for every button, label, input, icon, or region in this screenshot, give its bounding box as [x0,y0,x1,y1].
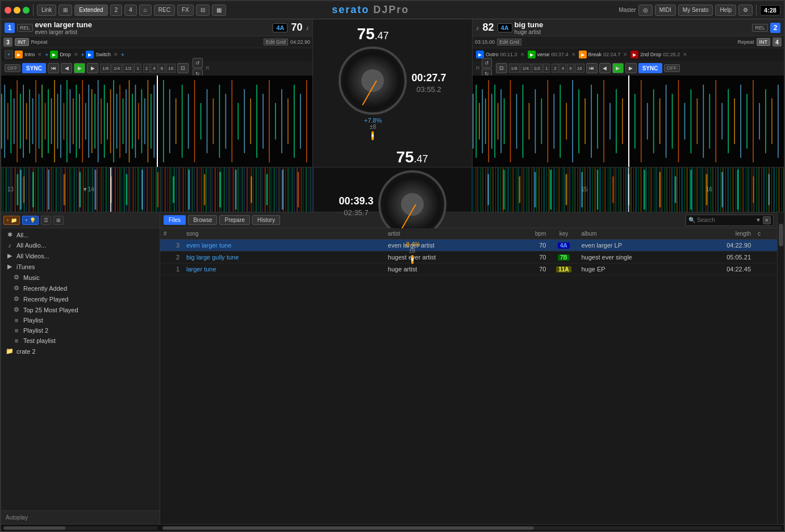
loop-16[interactable]: 16 [166,64,176,73]
search-filter-icon[interactable]: ▼ [755,217,761,223]
loop-2[interactable]: 2 [143,64,150,73]
quantize-btn-left[interactable]: ⊡ [177,63,189,73]
sync-button-left[interactable]: SYNC [22,63,46,73]
tab-files[interactable]: Files [164,215,186,225]
sync-button-right[interactable]: SYNC [638,63,662,73]
video-button[interactable]: ▦ [212,5,226,16]
cue-marker-drop[interactable]: ▶ [50,51,58,58]
link-button[interactable]: Link [37,5,56,16]
rel-button-left[interactable]: REL [17,24,33,32]
loop-1-8[interactable]: 1/8 [100,64,111,73]
myserato-button[interactable]: My Serato [678,5,713,16]
cue-delete-2nddrop[interactable]: ✕ [682,51,688,58]
scrollbar-thumb[interactable] [779,224,783,246]
sidebar-hscroll-thumb[interactable] [3,526,65,530]
list-view-button[interactable]: ☰ [41,216,51,225]
help-button[interactable]: Help [715,5,736,16]
sidebar-item-recently-played[interactable]: ⚙ Recently Played [1,294,160,304]
cue-delete-verse[interactable]: ✕ [570,51,577,58]
tab-prepare[interactable]: Prepare [219,215,250,225]
edit-grid-button-right[interactable]: Edit Grid [497,39,521,45]
next-cue-left[interactable]: ▶ [87,63,98,73]
sidebar-item-all-videos[interactable]: ▶ All Videos... [1,250,160,261]
off-button-left[interactable]: OFF [5,64,20,72]
master-knob[interactable]: ◎ [638,5,653,16]
loop-r-2[interactable]: 2 [552,64,558,73]
edit-grid-button-left[interactable]: Edit Grid [264,39,288,45]
sidebar-item-playlist[interactable]: ≡ Playlist [1,315,160,325]
col-header-num[interactable]: # [160,229,183,238]
cue-delete-drop[interactable]: ✕ [73,51,80,58]
next-cue-right[interactable]: ▶ [625,63,637,73]
fx-button[interactable]: FX [177,5,194,16]
cue-delete-break[interactable]: ✕ [622,51,629,58]
sidebar-item-itunes[interactable]: ▶ iTunes [1,261,160,272]
loop-8[interactable]: 8 [158,64,165,73]
scratch-btn-right-up[interactable]: ↺ [482,58,492,68]
overview-waveform-left[interactable]: 13 ▼14 [1,167,313,212]
cue-marker-switch[interactable]: ▶ [86,51,94,58]
deck-select-2[interactable]: 2 [110,5,123,16]
loop-1[interactable]: 1 [134,64,141,73]
overview-waveform-right[interactable]: 15 16 [472,167,784,212]
album-art-button[interactable]: ⊞ [53,216,64,225]
loop-1-4[interactable]: 1/4 [111,64,122,73]
pitch-fader-right[interactable] [411,255,414,264]
settings-button[interactable]: ⚙ [738,5,753,16]
col-header-length[interactable]: length [715,229,754,238]
track-row-1[interactable]: 2 big large gully tune hugest ever artis… [160,252,777,263]
midi-top-button[interactable]: MIDI [655,5,676,16]
minimize-button[interactable] [14,7,20,14]
headphones-button[interactable]: ⌂ [139,5,152,16]
waveform-right[interactable] [473,76,784,167]
pitch-fader-left[interactable] [371,131,374,140]
loop-r-16[interactable]: 16 [575,64,584,73]
sidebar-item-all[interactable]: ✱ All... [1,229,160,240]
cue-delete-intro[interactable]: ✕ [36,51,43,58]
col-header-artist[interactable]: artist [385,229,521,238]
col-header-comment[interactable]: c [754,229,777,238]
col-header-album[interactable]: album [578,229,715,238]
prev-cue-right[interactable]: ◀ [599,63,611,73]
loop-1-2[interactable]: 1/2 [123,64,133,73]
sidebar-item-playlist2[interactable]: ≡ Playlist 2 [1,325,160,336]
loop-4[interactable]: 4 [151,64,157,73]
tracklist-hscroll-thumb[interactable] [162,526,534,530]
play-button-right[interactable]: ▶ [612,63,624,73]
tab-history[interactable]: History [252,215,280,225]
int-button-left[interactable]: INT [15,38,29,46]
loop-r-1-2[interactable]: 1/2 [532,64,542,73]
cue-add-drop[interactable]: + [81,52,85,58]
int-button-right[interactable]: INT [757,38,771,46]
off-button-right[interactable]: OFF [664,64,680,72]
sidebar-item-music[interactable]: ⚙ Music [1,272,160,283]
right-scrollbar[interactable] [777,212,784,524]
loop-r-1[interactable]: 1 [543,64,550,73]
deck-select-4[interactable]: 4 [124,5,137,16]
monitor-button[interactable]: ⊞ [59,5,72,16]
track-row-0[interactable]: 3 even larger tune even larger artist 70… [160,240,777,252]
play-button-left[interactable]: ▶ [74,63,85,73]
cue-delete-outro[interactable]: ✕ [519,51,526,58]
loop-r-1-8[interactable]: 1/8 [509,64,520,73]
extended-mode-button[interactable]: Extended [74,5,107,16]
vinyl-left[interactable] [339,47,407,115]
loop-r-4[interactable]: 4 [559,64,566,73]
maximize-button[interactable] [23,7,30,14]
search-clear-button[interactable]: ✕ [763,216,771,224]
rel-button-right[interactable]: REL [752,24,768,32]
sidebar-item-all-audio[interactable]: ♪ All Audio... [1,240,160,250]
scratch-btn-left-up[interactable]: ↺ [193,58,203,68]
add-crate-button[interactable]: + 📁 [3,216,20,225]
waveform-left[interactable] [1,76,312,167]
tab-browse[interactable]: Browse [188,215,217,225]
sidebar-item-top25[interactable]: ⚙ Top 25 Most Played [1,304,160,315]
cue-delete-switch[interactable]: ✕ [112,51,119,58]
rec-button[interactable]: REC [154,5,175,16]
prev-track-right[interactable]: ⏮ [586,63,598,73]
col-header-bpm[interactable]: bpm [521,229,549,238]
track-row-2[interactable]: 1 larger tune huge artist 70 11A huge EP… [160,263,777,275]
search-input[interactable] [697,217,754,223]
add-cue-btn-left[interactable]: + [5,50,13,59]
loop-r-8[interactable]: 8 [567,64,574,73]
